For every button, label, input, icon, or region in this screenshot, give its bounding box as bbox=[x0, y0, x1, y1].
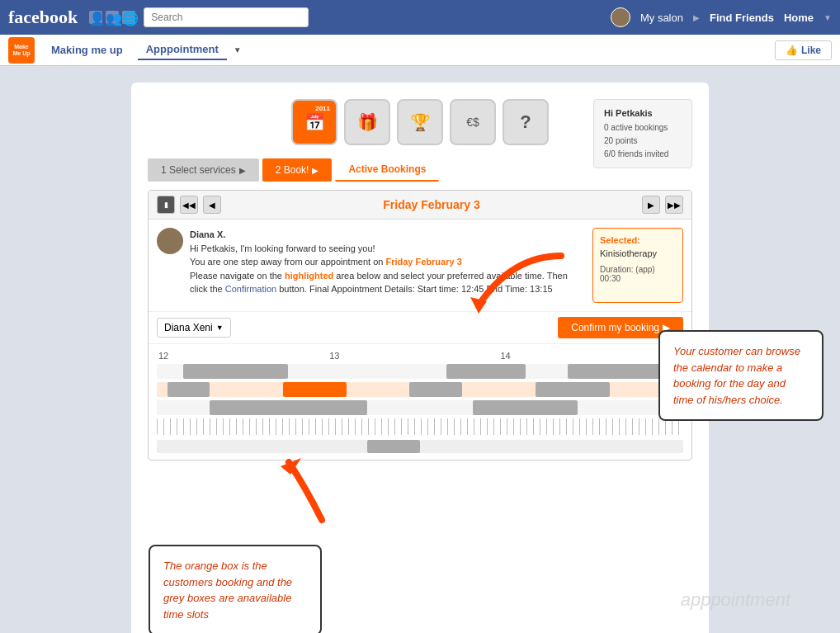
step2-label: 2 Book! bbox=[276, 164, 309, 176]
step1-button[interactable]: 1 Select services ▶ bbox=[148, 158, 259, 182]
main-content: Hi Petkakis 0 active bookings 20 points … bbox=[0, 66, 840, 633]
block-grey-7 bbox=[210, 400, 367, 415]
tab-appointment[interactable]: Apppointment bbox=[138, 40, 227, 60]
like-label: Like bbox=[801, 45, 821, 56]
home-link[interactable]: Home bbox=[784, 12, 814, 24]
selected-title: Selected: bbox=[600, 235, 676, 245]
message-header: Diana X. Hi Petkakis, I'm looking forwar… bbox=[157, 228, 584, 296]
block-grey-6 bbox=[536, 382, 609, 397]
tab-dropdown-arrow[interactable]: ▼ bbox=[234, 45, 242, 54]
calendar-body: Diana X. Hi Petkakis, I'm looking forwar… bbox=[149, 220, 691, 311]
thumbs-up-icon: 👍 bbox=[786, 45, 798, 56]
page-nav-tabs: Making me up Apppointment ▼ bbox=[43, 40, 242, 60]
block-grey-1 bbox=[183, 364, 289, 379]
annotation-box-1: Your customer can browse the calendar to… bbox=[658, 330, 823, 421]
hour-14: 14 bbox=[501, 351, 511, 361]
timeline-ruler bbox=[157, 418, 683, 435]
annotation-box-2: The orange box is the customers booking … bbox=[149, 545, 322, 633]
gift-icon-btn[interactable]: 🎁 bbox=[344, 99, 390, 145]
page-logo: MakeMe Up bbox=[8, 37, 35, 64]
home-dropdown-arrow: ▼ bbox=[823, 13, 832, 22]
fb-icon-people: 👥 bbox=[106, 11, 119, 24]
message-area: Diana X. Hi Petkakis, I'm looking forwar… bbox=[157, 228, 584, 303]
sender-avatar bbox=[157, 228, 183, 254]
body2-text: Please navigate on the bbox=[190, 271, 285, 281]
currency-icon-btn[interactable]: €$ bbox=[450, 99, 496, 145]
block-grey-2 bbox=[446, 364, 526, 379]
greeting-text: Hi Petkakis, I'm looking forward to seei… bbox=[190, 243, 375, 253]
selected-service: Kinisiotherapy bbox=[600, 248, 676, 258]
user-name: My salon bbox=[640, 12, 683, 24]
greeting-bookings: 0 active bookings bbox=[604, 121, 682, 135]
calendar-widget: ▮ ◀◀ ◀ Friday February 3 ▶ ▶▶ Diana X. H… bbox=[148, 190, 692, 461]
selected-duration: Duration: (app) 00:30 bbox=[600, 265, 676, 283]
active-bookings-button[interactable]: Active Bookings bbox=[335, 158, 439, 182]
confirmation-word: Confirmation bbox=[225, 284, 276, 294]
next-btn[interactable]: ▶ bbox=[642, 196, 660, 214]
arrow-icon: ▶ bbox=[693, 13, 700, 22]
greeting-box: Hi Petkakis 0 active bookings 20 points … bbox=[593, 99, 692, 168]
fb-icon-globe: 🌐 bbox=[122, 11, 135, 24]
step1-arrow: ▶ bbox=[239, 166, 246, 175]
calendar-icon-btn[interactable]: 📅 2011 bbox=[291, 99, 337, 145]
block-grey-5 bbox=[409, 382, 462, 397]
active-bookings-label: Active Bookings bbox=[348, 163, 426, 175]
annotation-1-text: Your customer can browse the calendar to… bbox=[673, 345, 800, 406]
selected-box: Selected: Kinisiotherapy Duration: (app)… bbox=[592, 228, 683, 303]
facebook-logo: facebook bbox=[8, 7, 78, 28]
timeline-row-3 bbox=[157, 400, 683, 415]
step1-label: 1 Select services bbox=[161, 164, 236, 176]
avatar bbox=[611, 7, 630, 27]
prev-btn[interactable]: ◀ bbox=[203, 196, 221, 214]
staff-select[interactable]: Diana Xeni ▼ bbox=[157, 318, 231, 338]
confirm-label: Confirm my booking bbox=[571, 322, 659, 333]
confirm-row: Diana Xeni ▼ Confirm my booking ▶ bbox=[149, 311, 691, 344]
prev-prev-btn[interactable]: ◀◀ bbox=[180, 196, 198, 214]
greeting-friends: 6/0 friends invited bbox=[604, 148, 682, 161]
step2-arrow: ▶ bbox=[312, 166, 319, 175]
fb-profile-icons: 👤 👥 🌐 bbox=[89, 11, 135, 24]
topbar-right: My salon ▶ Find Friends Home ▼ bbox=[611, 7, 832, 27]
block-grey-4 bbox=[168, 382, 210, 397]
calendar-title: Friday February 3 bbox=[226, 198, 637, 211]
calendar-header: ▮ ◀◀ ◀ Friday February 3 ▶ ▶▶ bbox=[149, 191, 691, 220]
scrollbar-area[interactable] bbox=[157, 440, 683, 453]
staff-name: Diana Xeni bbox=[164, 322, 213, 333]
message-text: Diana X. Hi Petkakis, I'm looking forwar… bbox=[190, 228, 584, 296]
timeline-hours: 12 13 14 15 bbox=[157, 351, 683, 361]
trophy-icon-btn[interactable]: 🏆 bbox=[397, 99, 443, 145]
highlighted-word: highlighted bbox=[285, 271, 333, 281]
search-input[interactable] bbox=[144, 7, 309, 27]
block-grey-8 bbox=[473, 400, 578, 415]
find-friends-link[interactable]: Find Friends bbox=[710, 12, 774, 24]
block-orange-booking bbox=[283, 382, 347, 397]
timeline-row-2[interactable] bbox=[157, 382, 683, 397]
tab-making-me-up[interactable]: Making me up bbox=[43, 40, 131, 59]
step2-button[interactable]: 2 Book! ▶ bbox=[262, 158, 333, 182]
year-badge: 2011 bbox=[313, 104, 333, 113]
hour-12: 12 bbox=[158, 351, 168, 361]
annotation-2-text: The orange box is the customers booking … bbox=[163, 560, 292, 621]
like-button[interactable]: 👍 Like bbox=[775, 40, 832, 60]
home-nav-btn[interactable]: ▮ bbox=[157, 196, 175, 214]
timeline-row-1 bbox=[157, 364, 683, 379]
sender-name: Diana X. bbox=[190, 229, 225, 239]
timeline-area: 12 13 14 15 bbox=[149, 344, 691, 460]
scrollbar-thumb[interactable] bbox=[367, 440, 420, 453]
watermark: apppointment bbox=[681, 589, 790, 611]
next-next-btn[interactable]: ▶▶ bbox=[665, 196, 683, 214]
body1-text: You are one step away from our appointme… bbox=[190, 257, 385, 267]
fb-icon-person: 👤 bbox=[89, 11, 102, 24]
greeting-name: Hi Petkakis bbox=[604, 106, 682, 121]
date-highlight: Friday February 3 bbox=[385, 257, 461, 267]
hour-13: 13 bbox=[329, 351, 339, 361]
body4-text: button. Final Appointment Details: Start… bbox=[276, 284, 552, 294]
block-grey-3 bbox=[568, 364, 663, 379]
question-icon-btn[interactable]: ? bbox=[503, 99, 549, 145]
greeting-points: 20 points bbox=[604, 135, 682, 148]
staff-dropdown-arrow: ▼ bbox=[216, 324, 224, 332]
